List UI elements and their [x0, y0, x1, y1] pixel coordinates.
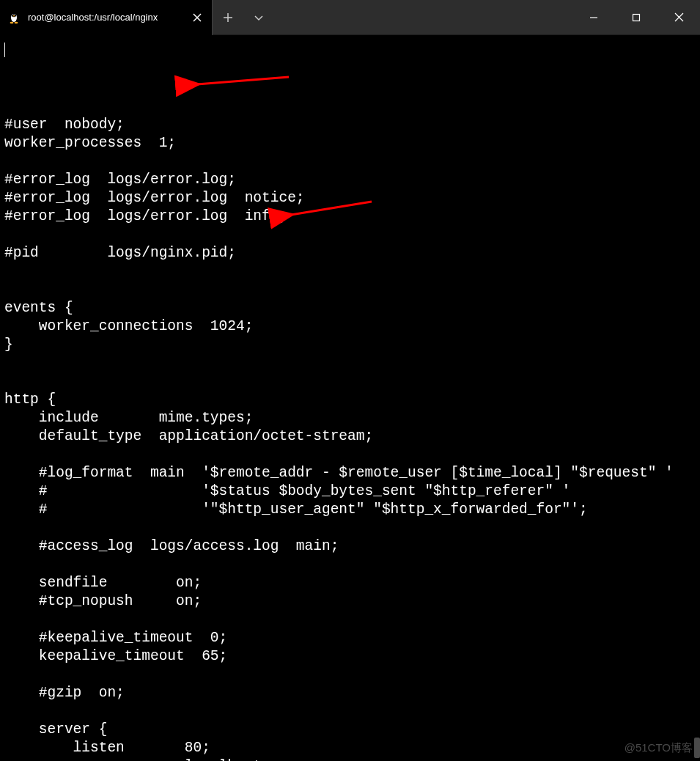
text-cursor: [4, 43, 5, 57]
close-icon: [193, 13, 202, 22]
terminal-tab[interactable]: root@localhost:/usr/local/nginx: [0, 0, 213, 35]
terminal-content[interactable]: #user nobody; worker_processes 1; #error…: [0, 35, 700, 761]
watermark: @51CTO博客: [625, 741, 693, 755]
window-controls: [572, 0, 700, 35]
scrollbar-thumb[interactable]: [694, 738, 700, 758]
window-close-button[interactable]: [657, 0, 700, 35]
minimize-button[interactable]: [572, 0, 615, 35]
plus-icon: [223, 12, 233, 23]
svg-rect-12: [633, 14, 640, 21]
close-icon: [674, 12, 684, 22]
maximize-button[interactable]: [615, 0, 657, 35]
svg-point-6: [15, 21, 18, 23]
window-titlebar: root@localhost:/usr/local/nginx: [0, 0, 700, 35]
terminal-text: #user nobody; worker_processes 1; #error…: [4, 98, 696, 761]
svg-point-4: [15, 14, 15, 15]
close-tab-button[interactable]: [190, 10, 205, 25]
maximize-icon: [632, 13, 641, 22]
tab-actions: [213, 0, 274, 35]
svg-point-5: [10, 21, 14, 23]
tab-dropdown-button[interactable]: [243, 0, 274, 35]
tab-title: root@localhost:/usr/local/nginx: [28, 12, 183, 23]
new-tab-button[interactable]: [213, 0, 243, 35]
chevron-down-icon: [254, 12, 264, 23]
minimize-icon: [589, 13, 598, 22]
svg-line-16: [197, 77, 289, 84]
linux-penguin-icon: [7, 11, 21, 24]
svg-point-3: [12, 14, 13, 15]
